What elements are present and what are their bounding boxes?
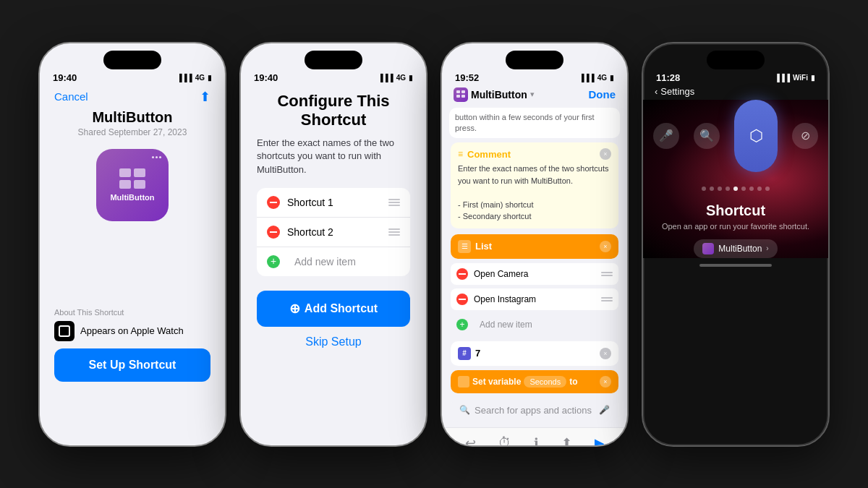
list-close-button[interactable]: × <box>600 241 611 252</box>
lock-main-button[interactable]: ⬡ <box>734 100 778 172</box>
search-input[interactable]: Search for apps and actions <box>475 405 595 416</box>
remove-instagram-button[interactable] <box>456 294 468 305</box>
info-icon[interactable]: ℹ <box>534 435 539 447</box>
drag-line <box>601 297 613 299</box>
set-variable-label: Set variable <box>472 377 521 387</box>
watch-icon <box>54 321 75 341</box>
wifi-icon-1: 4G <box>195 74 205 82</box>
number-close-button[interactable]: × <box>600 348 611 359</box>
share-bottom-icon[interactable]: ⬆ <box>561 435 572 447</box>
status-time-4: 11:28 <box>656 72 680 83</box>
drag-line <box>601 300 613 301</box>
drag-line <box>388 205 400 206</box>
done-button[interactable]: Done <box>589 88 616 100</box>
wifi-icon-2: 4G <box>396 74 406 82</box>
add-item-row[interactable]: + Add new item <box>257 247 410 276</box>
phone1-subtitle: Shared September 27, 2023 <box>54 127 210 137</box>
cancel-button[interactable]: Cancel <box>54 90 88 103</box>
settings-back-label: Settings <box>660 86 694 97</box>
battery-icon-2: ▮ <box>409 74 413 82</box>
undo-icon[interactable]: ↩ <box>465 435 476 447</box>
add-item-plus-button[interactable]: + <box>267 255 280 268</box>
add-new-plus-button[interactable]: + <box>456 319 468 330</box>
dot-1 <box>152 156 154 158</box>
add-item-label: Add new item <box>294 256 356 267</box>
svg-rect-0 <box>456 90 460 93</box>
grid-cell-2 <box>134 168 145 177</box>
phone-4: 11:28 ▐▐▐ WiFi ▮ ‹ Settings 🎤 🔍 ⬡ <box>642 42 830 447</box>
camera-label: Open Camera <box>474 269 601 279</box>
play-icon[interactable]: ▶ <box>595 435 605 447</box>
signal-icon-1: ▐▐▐ <box>176 74 192 82</box>
add-shortcut-plus-icon: ⊕ <box>289 301 300 317</box>
about-row: Appears on Apple Watch <box>54 321 210 341</box>
comment-close-button[interactable]: × <box>600 148 611 160</box>
shortcut1-label: Shortcut 1 <box>287 197 388 208</box>
set-var-close-button[interactable]: × <box>600 376 611 388</box>
status-icons-4: ▐▐▐ WiFi ▮ <box>775 74 815 82</box>
setup-shortcut-button[interactable]: Set Up Shortcut <box>54 348 210 382</box>
phone-1: 19:40 ▐▐▐ 4G ▮ Cancel ⬆ MultiButton Shar… <box>38 42 226 447</box>
hash-icon: # <box>458 347 471 360</box>
dynamic-island-2 <box>305 51 362 69</box>
drag-line <box>388 234 400 236</box>
minus-line <box>459 273 466 275</box>
status-time-1: 19:40 <box>53 72 77 83</box>
battery-icon-1: ▮ <box>208 74 212 82</box>
dot-4 <box>726 187 730 191</box>
dot-3 <box>718 187 722 191</box>
shortcut-row-2: Shortcut 2 <box>257 218 410 247</box>
app-icon-grid <box>119 168 145 189</box>
set-var-icon <box>458 376 469 388</box>
status-time-3: 19:52 <box>455 72 479 83</box>
dot-7 <box>749 187 754 191</box>
to-label: to <box>569 377 577 387</box>
drag-handle-instagram <box>601 297 613 301</box>
camera-row: Open Camera <box>451 263 618 285</box>
dynamic-island-4 <box>707 51 765 69</box>
mic-side-icon: 🎤 <box>659 129 673 142</box>
clock-icon[interactable]: ⏱ <box>498 435 511 446</box>
left-icon-1: 🎤 <box>653 123 679 149</box>
status-icons-2: ▐▐▐ 4G ▮ <box>378 74 413 82</box>
signal-icon-2: ▐▐▐ <box>378 74 393 82</box>
add-new-item-row[interactable]: + Add new item <box>451 314 618 335</box>
add-shortcut-button[interactable]: ⊕ Add Shortcut <box>257 291 410 327</box>
plus-icon: + <box>271 256 276 266</box>
status-bar-4: 11:28 ▐▐▐ WiFi ▮ <box>643 69 828 83</box>
left-icon-2: 🔍 <box>694 123 720 149</box>
lock-screen-area: 🎤 🔍 ⬡ ⊘ <box>643 100 828 258</box>
about-title: About This Shortcut <box>54 308 210 317</box>
layers-icon: ⬡ <box>749 127 763 145</box>
multibutton-app-icon <box>702 243 714 254</box>
grid-cell-1 <box>119 168 131 177</box>
search-bar[interactable]: 🔍 Search for apps and actions 🎤 <box>451 399 618 421</box>
phone2-title: Configure This Shortcut <box>257 92 410 130</box>
add-shortcut-label: Add Shortcut <box>305 302 378 315</box>
search-icon: 🔍 <box>459 405 470 415</box>
app-icon-container: MultiButton <box>54 149 210 221</box>
phones-container: 19:40 ▐▐▐ 4G ▮ Cancel ⬆ MultiButton Shar… <box>24 27 844 461</box>
about-text: Appears on Apple Watch <box>80 325 184 336</box>
dropdown-icon: ▾ <box>530 90 535 99</box>
settings-back-nav[interactable]: ‹ Settings <box>643 83 828 100</box>
remove-shortcut1-button[interactable] <box>267 196 280 209</box>
multibutton-pill[interactable]: MultiButton › <box>694 239 777 258</box>
wifi-icon-3: 4G <box>597 74 607 82</box>
comment-body: Enter the exact names of the two shortcu… <box>458 163 611 223</box>
share-icon[interactable]: ⬆ <box>200 89 210 105</box>
shortcut2-label: Shortcut 2 <box>287 226 388 238</box>
phone2-content: Configure This Shortcut Enter the exact … <box>241 83 426 357</box>
list-title: List <box>475 241 595 252</box>
lock-icons-row: 🎤 🔍 ⬡ ⊘ <box>653 100 818 172</box>
remove-camera-button[interactable] <box>456 268 468 280</box>
remove-shortcut2-button[interactable] <box>267 226 280 239</box>
skip-setup-button[interactable]: Skip Setup <box>257 335 410 348</box>
comment-icon-row: ≡ Comment × <box>458 148 611 160</box>
plus-icon: + <box>459 320 464 329</box>
nav-app-icon <box>454 87 468 102</box>
number-value: 7 <box>475 348 595 359</box>
seconds-pill[interactable]: Seconds <box>524 376 566 388</box>
phone1-title: MultiButton <box>54 109 210 126</box>
number-block: # 7 × <box>451 341 618 366</box>
